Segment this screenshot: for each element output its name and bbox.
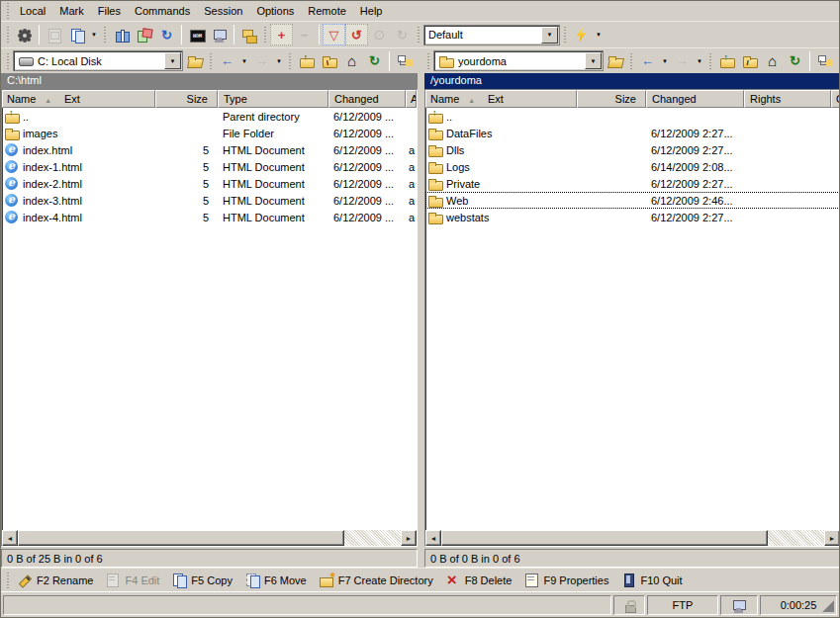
- column-header-owner[interactable]: Owner: [831, 90, 840, 108]
- function-key-button[interactable]: F5 Copy: [167, 570, 240, 591]
- file-name: Web: [446, 195, 468, 207]
- toolbar-gripper[interactable]: [6, 26, 10, 44]
- right-tree-view-button[interactable]: [813, 50, 836, 72]
- left-tree-view-button[interactable]: [393, 50, 416, 72]
- select-files-button[interactable]: +: [270, 24, 293, 45]
- left-drive-dropdown[interactable]: ▼: [164, 52, 181, 69]
- console-button[interactable]: [185, 24, 208, 45]
- menu-item[interactable]: Help: [353, 3, 390, 19]
- column-header-rights[interactable]: Rights: [744, 90, 831, 108]
- left-forward-button[interactable]: →: [250, 50, 273, 72]
- new-session-dropdown[interactable]: ▼: [88, 24, 100, 45]
- clear-selection-button[interactable]: ∅: [368, 24, 391, 45]
- column-header-type[interactable]: Type: [218, 90, 328, 108]
- file-row[interactable]: Web 6/12/2009 2:46...: [425, 192, 840, 209]
- transfer-files-button[interactable]: [237, 24, 260, 45]
- panel-divider[interactable]: [418, 73, 424, 568]
- function-key-button[interactable]: F6 Move: [240, 570, 315, 591]
- scroll-thumb[interactable]: [18, 530, 344, 546]
- menu-item[interactable]: Commands: [128, 3, 197, 19]
- transfer-settings-combo[interactable]: Default ▼: [423, 25, 560, 45]
- file-row[interactable]: Dlls 6/12/2009 2:27...: [425, 141, 840, 158]
- column-header-name[interactable]: Name▲ Ext: [2, 90, 155, 108]
- file-row[interactable]: webstats 6/12/2009 2:27...: [425, 209, 840, 225]
- synchronize-button[interactable]: ↻: [155, 24, 178, 45]
- scroll-left-button[interactable]: ◄: [425, 530, 441, 546]
- menu-item[interactable]: Session: [197, 3, 249, 19]
- function-key-button[interactable]: F2 Rename: [13, 570, 101, 591]
- open-in-terminal-button[interactable]: [208, 24, 231, 45]
- transfer-options-button[interactable]: [570, 24, 593, 45]
- right-directory-dropdown[interactable]: ▼: [585, 52, 602, 69]
- file-row[interactable]: index.html 5 HTML Document 6/12/2009 ...…: [2, 141, 417, 158]
- scroll-left-button[interactable]: ◄: [2, 530, 18, 546]
- right-forward-button[interactable]: →: [671, 50, 694, 72]
- menu-item[interactable]: Remote: [301, 3, 353, 19]
- unselect-files-button[interactable]: −: [293, 24, 316, 45]
- file-row[interactable]: index-4.html 5 HTML Document 6/12/2009 .…: [2, 209, 417, 225]
- function-key-button[interactable]: F10 Quit: [616, 570, 690, 591]
- left-home-directory-button[interactable]: ⌂: [340, 50, 363, 72]
- column-header-name[interactable]: Name▲ Ext: [425, 90, 577, 108]
- function-key-button[interactable]: F8 Delete: [441, 570, 520, 591]
- file-row[interactable]: DataFiles 6/12/2009 2:27...: [425, 125, 840, 141]
- column-header-changed[interactable]: Changed: [646, 90, 744, 108]
- menu-item[interactable]: Local: [13, 3, 52, 19]
- remote-horizontal-scrollbar[interactable]: ◄ ►: [425, 530, 840, 546]
- queue-button[interactable]: [43, 24, 65, 45]
- compare-directories-button[interactable]: [133, 24, 155, 45]
- column-header-attr[interactable]: Attr: [406, 90, 417, 108]
- function-key-button[interactable]: F7 Create Directory: [315, 570, 441, 591]
- left-open-directory-button[interactable]: [183, 50, 206, 72]
- scroll-right-button[interactable]: ►: [824, 530, 840, 546]
- menu-item[interactable]: Files: [91, 3, 128, 19]
- file-row[interactable]: index-3.html 5 HTML Document 6/12/2009 .…: [2, 192, 417, 209]
- file-row[interactable]: Private 6/12/2009 2:27...: [425, 175, 840, 192]
- auto-refresh-button[interactable]: ↺: [345, 24, 368, 45]
- function-key-button[interactable]: F4 Edit: [101, 570, 167, 591]
- file-row[interactable]: .. Parent directory 6/12/2009 ...: [2, 108, 417, 125]
- function-key-button[interactable]: F9 Properties: [519, 570, 616, 591]
- file-row[interactable]: ..: [425, 108, 840, 125]
- right-directory-combo[interactable]: yourdoma ▼: [433, 50, 604, 71]
- left-back-dropdown[interactable]: ▼: [238, 50, 250, 72]
- file-row[interactable]: index-1.html 5 HTML Document 6/12/2009 .…: [2, 158, 417, 175]
- left-forward-dropdown[interactable]: ▼: [273, 50, 285, 72]
- left-parent-directory-button[interactable]: [295, 50, 318, 72]
- transfer-options-dropdown[interactable]: ▼: [593, 24, 605, 45]
- filter-button[interactable]: ▽: [323, 24, 345, 45]
- column-header-changed[interactable]: Changed: [328, 90, 406, 108]
- column-header-ext[interactable]: Ext: [488, 93, 504, 105]
- column-header-size[interactable]: Size: [155, 90, 218, 108]
- file-row[interactable]: images File Folder 6/12/2009 ...: [2, 125, 417, 141]
- column-header-size[interactable]: Size: [577, 90, 646, 108]
- right-refresh-button[interactable]: ↻: [784, 50, 806, 72]
- column-header-ext[interactable]: Ext: [64, 93, 80, 105]
- restore-selection-button[interactable]: ↻: [391, 24, 414, 45]
- menu-gripper[interactable]: [6, 2, 10, 20]
- menu-item[interactable]: Mark: [52, 3, 90, 19]
- file-row[interactable]: index-2.html 5 HTML Document 6/12/2009 .…: [2, 175, 417, 192]
- preferences-button[interactable]: [13, 24, 36, 45]
- local-horizontal-scrollbar[interactable]: ◄ ►: [2, 530, 417, 546]
- scroll-thumb[interactable]: [441, 530, 768, 546]
- left-drive-combo[interactable]: C: Local Disk ▼: [13, 50, 183, 71]
- right-home-directory-button[interactable]: ⌂: [761, 50, 784, 72]
- right-open-directory-button[interactable]: [604, 50, 626, 72]
- menu-item[interactable]: Options: [249, 3, 301, 19]
- right-back-button[interactable]: ←: [636, 50, 659, 72]
- right-root-directory-button[interactable]: /: [738, 50, 761, 72]
- synchronize-browsing-button[interactable]: [110, 24, 133, 45]
- scroll-right-button[interactable]: ►: [401, 530, 417, 546]
- file-row[interactable]: Logs 6/14/2009 2:08...: [425, 158, 840, 175]
- right-forward-dropdown[interactable]: ▼: [694, 50, 705, 72]
- left-back-button[interactable]: ←: [216, 50, 238, 72]
- resize-grip[interactable]: [822, 600, 834, 612]
- left-refresh-button[interactable]: ↻: [363, 50, 386, 72]
- right-back-dropdown[interactable]: ▼: [659, 50, 671, 72]
- transfer-settings-dropdown[interactable]: ▼: [541, 27, 558, 44]
- left-root-directory-button[interactable]: \: [318, 50, 340, 72]
- right-parent-directory-button[interactable]: [715, 50, 738, 72]
- new-session-button[interactable]: [65, 24, 88, 45]
- html-icon: [4, 176, 20, 191]
